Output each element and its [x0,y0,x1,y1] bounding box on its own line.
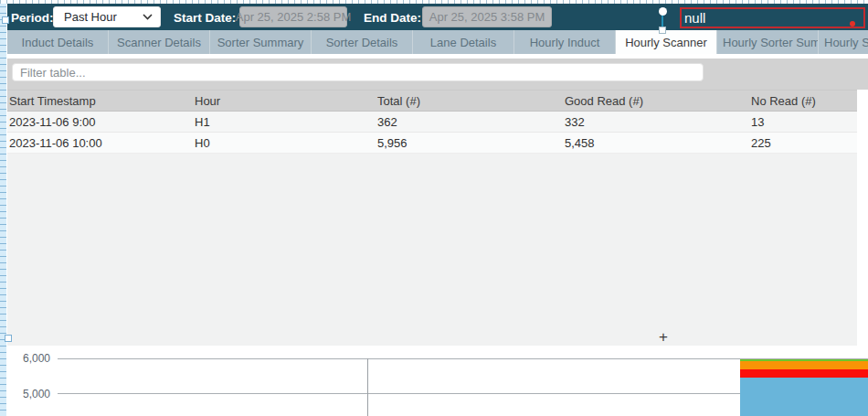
end-date-input[interactable]: Apr 25, 2025 3:58 PM [422,6,552,27]
tab-hourly-induct[interactable]: Hourly Induct [514,30,615,54]
left-ruler [0,0,6,416]
red-dot-icon [850,21,855,27]
tab-sorter-summary[interactable]: Sorter Summary [210,30,311,54]
end-date-label: End Date: [364,10,421,24]
selected-field[interactable]: null [680,7,865,28]
ruler-handle-top[interactable] [2,16,9,24]
tab-induct-details[interactable]: Induct Details [7,30,108,54]
table-row[interactable]: 2023-11-06 9:00H136233213 [7,112,857,133]
tab-hourly-sort[interactable]: Hourly Sort [819,30,868,54]
tab-sorter-details[interactable]: Sorter Details [312,30,412,54]
column-header[interactable]: Total (#) [376,94,563,108]
tab-lane-details[interactable]: Lane Details [413,30,513,54]
start-date-label: Start Date: [174,10,236,24]
table-cell: 2023-11-06 9:00 [7,115,193,129]
table-header: Start TimestampHourTotal (#)Good Read (#… [7,90,857,112]
table-cell: 225 [749,136,857,150]
bar-red-segment [740,369,868,378]
table-scrollbar[interactable] [857,90,868,346]
table-cell: 332 [563,115,749,129]
top-ruler [0,0,868,4]
period-label: Period: [11,10,54,24]
column-header[interactable]: Start Timestamp [7,94,193,108]
column-header[interactable]: Hour [193,94,376,108]
period-select[interactable]: Past Hour [53,6,161,27]
table-cell: 2023-11-06 10:00 [7,136,193,150]
table-cell: H1 [193,115,376,129]
ruler-handle-bottom[interactable] [5,335,12,342]
stacked-bar [740,350,868,416]
bar-blue-segment [740,378,868,416]
tab-hourly-sorter-summar[interactable]: Hourly Sorter Summar [717,30,818,54]
gridline-vertical [367,358,368,416]
table-cell: 5,956 [376,136,563,150]
table-cell: H0 [193,136,376,150]
chevron-down-icon [143,14,153,20]
tab-bar: Induct DetailsScanner DetailsSorter Summ… [7,30,868,54]
table-cell: 362 [376,115,563,129]
bar-orange-segment [740,361,868,370]
column-header[interactable]: No Read (#) [749,94,857,108]
y-tick-label: 6,000 [7,352,50,365]
tab-scanner-details[interactable]: Scanner Details [109,30,209,54]
tab-hourly-scanner[interactable]: Hourly Scanner [616,30,716,54]
selection-handle-square[interactable] [659,27,666,34]
filter-bar [7,59,868,90]
table-cell: 13 [749,115,857,129]
table-cell: 5,458 [563,136,749,150]
period-select-value: Past Hour [64,10,117,24]
y-tick-label: 5,000 [7,388,50,400]
filter-input[interactable] [12,63,704,81]
chart: 6,000 5,000 [7,350,868,416]
table-empty-area [7,154,857,346]
selection-handle-circle[interactable] [659,7,667,16]
add-button[interactable]: + [655,329,672,346]
start-date-input[interactable]: Apr 25, 2025 2:58 PM [239,6,347,27]
table-row[interactable]: 2023-11-06 10:00H05,9565,458225 [7,133,857,154]
column-header[interactable]: Good Read (#) [563,94,749,108]
